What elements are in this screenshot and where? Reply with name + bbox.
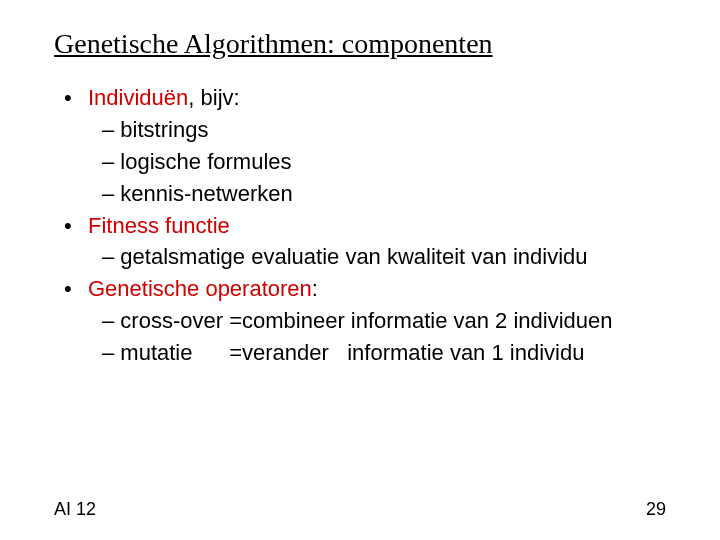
sub-item: – kennis-netwerken: [86, 178, 680, 210]
bullet-rest: :: [312, 276, 318, 301]
slide-title: Genetische Algorithmen: componenten: [54, 28, 680, 60]
slide-footer: AI 12 29: [54, 499, 666, 520]
bullet-term: Individuën: [88, 85, 188, 110]
sub-item: – cross-over =combineer informatie van 2…: [86, 305, 680, 337]
bullet-term: Fitness functie: [88, 213, 230, 238]
sub-item: – mutatie =verander informatie van 1 ind…: [86, 337, 680, 369]
sub-item: – getalsmatige evaluatie van kwaliteit v…: [86, 241, 680, 273]
bullet-term: Genetische operatoren: [88, 276, 312, 301]
bullet-rest: , bijv:: [188, 85, 239, 110]
footer-left: AI 12: [54, 499, 96, 520]
sub-item: – bitstrings: [86, 114, 680, 146]
bullet-item: Individuën, bijv:: [86, 82, 680, 114]
bullet-item: Genetische operatoren:: [86, 273, 680, 305]
bullet-item: Fitness functie: [86, 210, 680, 242]
sub-item: – logische formules: [86, 146, 680, 178]
slide-body: Individuën, bijv: – bitstrings – logisch…: [54, 82, 680, 369]
footer-page-number: 29: [646, 499, 666, 520]
